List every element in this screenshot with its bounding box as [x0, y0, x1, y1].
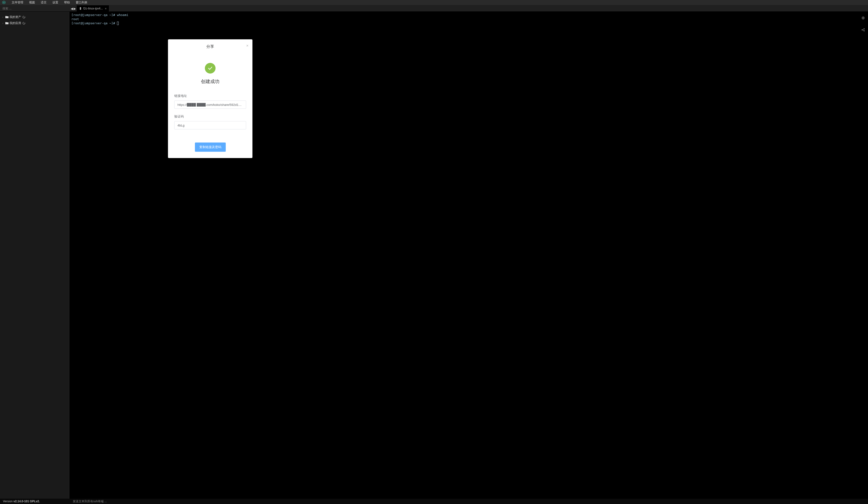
chevron-right-icon: › [2, 16, 5, 19]
svg-point-6 [862, 18, 864, 19]
tab-arrows: ◀ ▶ [70, 6, 77, 12]
tab-title: f2c-linux-ipv4... [83, 7, 103, 10]
folder-icon [6, 16, 9, 19]
success-heading: 创建成功 [174, 79, 246, 84]
copy-link-code-button[interactable]: 复制链接及密码 [195, 143, 226, 152]
tab-close-icon[interactable]: × [105, 7, 107, 10]
tab-arrow-right-icon[interactable]: ▶ [73, 7, 76, 10]
svg-line-18 [862, 29, 864, 30]
folder-icon [6, 22, 9, 24]
chevron-right-icon: › [2, 22, 5, 24]
svg-point-2 [80, 7, 81, 9]
svg-point-5 [862, 17, 864, 19]
footer-send-text[interactable]: 发送文本到所有ssh终端 ... [70, 500, 107, 504]
settings-gear-icon[interactable] [861, 16, 865, 21]
terminal-line: root [71, 17, 866, 21]
menu-settings[interactable]: 设置 [50, 0, 61, 4]
link-input[interactable] [174, 101, 246, 109]
svg-line-13 [862, 19, 862, 19]
success-check-icon [205, 63, 216, 74]
share-icon[interactable] [861, 28, 865, 33]
menu-help[interactable]: 帮助 [61, 0, 73, 4]
svg-point-15 [862, 29, 862, 30]
sidebar: › 我的资产 › 我的应用 [0, 12, 70, 498]
menu-bar: 文件管理 视图 语言 设置 帮助 窗口列表 [0, 0, 868, 6]
svg-point-3 [80, 8, 80, 8]
sidebar-item-assets[interactable]: › 我的资产 [0, 14, 69, 20]
footer-version: Version v2.14.0-101 GPLv2. [0, 500, 70, 503]
search-row [0, 6, 868, 12]
share-modal: × 分享 创建成功 链接地址 验证码 复制链接及密码 [168, 39, 252, 158]
svg-point-16 [864, 28, 865, 29]
svg-marker-1 [3, 2, 4, 3]
terminal[interactable]: [root@jumpserver-qa ~]# whoami root [roo… [70, 12, 868, 498]
code-input[interactable] [174, 121, 246, 130]
modal-close-icon[interactable]: × [246, 43, 249, 48]
link-label: 链接地址 [174, 94, 246, 98]
content-area: ◀ ▶ f2c-linux-ipv4... × [root@jumpserver… [70, 12, 868, 498]
footer: Version v2.14.0-101 GPLv2. 发送文本到所有ssh终端 … [0, 498, 868, 504]
menu-language[interactable]: 语言 [38, 0, 50, 4]
sidebar-item-applications[interactable]: › 我的应用 [0, 20, 69, 26]
search-input[interactable] [0, 6, 70, 11]
svg-point-4 [81, 8, 81, 8]
main-layout: › 我的资产 › 我的应用 ◀ ▶ [0, 12, 868, 498]
menu-window-list[interactable]: 窗口列表 [73, 0, 90, 4]
linux-icon [79, 7, 82, 10]
svg-line-12 [864, 19, 864, 19]
terminal-right-icons [861, 16, 865, 33]
app-logo-icon [2, 1, 6, 4]
tab-arrow-left-icon[interactable]: ◀ [70, 7, 73, 10]
menu-file-management[interactable]: 文件管理 [9, 0, 26, 4]
refresh-icon[interactable] [23, 16, 25, 19]
terminal-line: [root@jumpserver-qa ~]# [71, 21, 866, 25]
code-label: 验证码 [174, 115, 246, 119]
terminal-tab[interactable]: f2c-linux-ipv4... × [77, 6, 109, 12]
sidebar-item-label: 我的资产 [9, 15, 21, 19]
cursor-icon [117, 22, 119, 25]
refresh-icon[interactable] [23, 22, 25, 24]
svg-point-17 [864, 30, 865, 31]
menu-view[interactable]: 视图 [26, 0, 38, 4]
modal-title: 分享 [174, 44, 246, 49]
sidebar-item-label: 我的应用 [9, 21, 21, 25]
terminal-line: [root@jumpserver-qa ~]# whoami [71, 13, 866, 17]
svg-line-19 [862, 30, 864, 31]
